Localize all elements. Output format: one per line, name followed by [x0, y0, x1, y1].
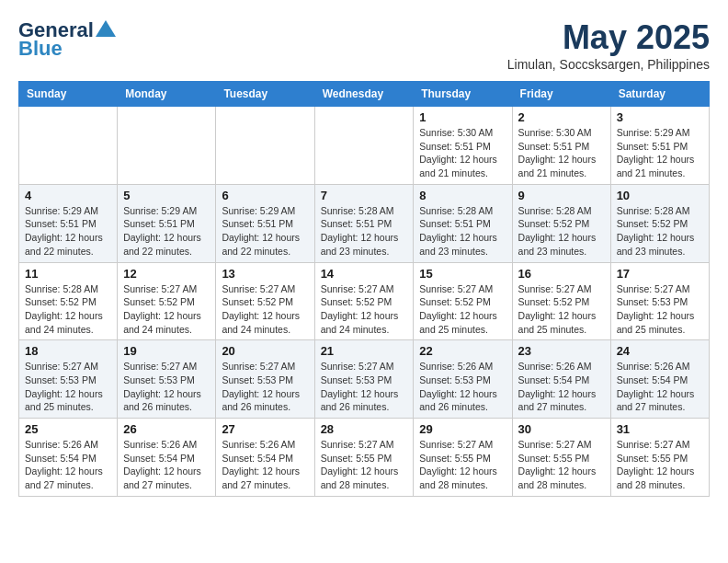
day-info: Sunrise: 5:27 AM Sunset: 5:52 PM Dayligh…	[321, 282, 408, 337]
day-info: Sunrise: 5:27 AM Sunset: 5:53 PM Dayligh…	[25, 360, 111, 414]
col-header-sunday: Sunday	[19, 82, 118, 107]
col-header-thursday: Thursday	[414, 82, 512, 107]
day-number: 20	[222, 344, 308, 358]
day-info: Sunrise: 5:27 AM Sunset: 5:53 PM Dayligh…	[123, 360, 210, 414]
day-number: 31	[617, 422, 703, 436]
calendar-cell	[216, 107, 314, 185]
day-number: 13	[222, 267, 308, 281]
day-info: Sunrise: 5:27 AM Sunset: 5:53 PM Dayligh…	[321, 360, 408, 414]
day-info: Sunrise: 5:27 AM Sunset: 5:53 PM Dayligh…	[617, 282, 703, 337]
day-number: 14	[321, 267, 408, 281]
col-header-tuesday: Tuesday	[216, 82, 314, 107]
day-info: Sunrise: 5:26 AM Sunset: 5:54 PM Dayligh…	[222, 438, 308, 492]
day-info: Sunrise: 5:30 AM Sunset: 5:51 PM Dayligh…	[518, 126, 605, 180]
day-info: Sunrise: 5:29 AM Sunset: 5:51 PM Dayligh…	[25, 204, 111, 259]
day-info: Sunrise: 5:27 AM Sunset: 5:53 PM Dayligh…	[222, 360, 308, 414]
calendar-cell: 10Sunrise: 5:28 AM Sunset: 5:52 PM Dayli…	[610, 184, 709, 262]
day-number: 15	[419, 267, 506, 281]
calendar-cell: 5Sunrise: 5:29 AM Sunset: 5:51 PM Daylig…	[118, 184, 216, 262]
week-row-5: 25Sunrise: 5:26 AM Sunset: 5:54 PM Dayli…	[19, 419, 710, 497]
day-info: Sunrise: 5:27 AM Sunset: 5:52 PM Dayligh…	[419, 282, 506, 337]
calendar-cell: 6Sunrise: 5:29 AM Sunset: 5:51 PM Daylig…	[216, 184, 314, 262]
title-section: May 2025 Limulan, Soccsksargen, Philippi…	[507, 18, 710, 72]
day-number: 29	[419, 422, 506, 436]
day-info: Sunrise: 5:26 AM Sunset: 5:54 PM Dayligh…	[25, 438, 111, 492]
day-number: 16	[518, 267, 605, 281]
col-header-monday: Monday	[118, 82, 216, 107]
day-number: 26	[123, 422, 210, 436]
day-number: 21	[321, 344, 408, 358]
calendar-cell: 25Sunrise: 5:26 AM Sunset: 5:54 PM Dayli…	[19, 419, 118, 497]
calendar-table: SundayMondayTuesdayWednesdayThursdayFrid…	[18, 81, 710, 497]
day-number: 10	[617, 189, 703, 202]
day-number: 5	[123, 189, 210, 202]
calendar-cell: 28Sunrise: 5:27 AM Sunset: 5:55 PM Dayli…	[314, 419, 414, 497]
calendar-cell	[19, 107, 118, 185]
day-info: Sunrise: 5:29 AM Sunset: 5:51 PM Dayligh…	[617, 126, 703, 180]
day-info: Sunrise: 5:27 AM Sunset: 5:55 PM Dayligh…	[518, 438, 605, 492]
day-info: Sunrise: 5:26 AM Sunset: 5:53 PM Dayligh…	[419, 360, 506, 414]
calendar-cell: 19Sunrise: 5:27 AM Sunset: 5:53 PM Dayli…	[118, 340, 216, 419]
calendar-cell: 2Sunrise: 5:30 AM Sunset: 5:51 PM Daylig…	[512, 107, 610, 185]
day-number: 28	[321, 422, 408, 436]
calendar-header-row: SundayMondayTuesdayWednesdayThursdayFrid…	[19, 82, 710, 107]
calendar-cell: 23Sunrise: 5:26 AM Sunset: 5:54 PM Dayli…	[512, 340, 610, 419]
calendar-cell	[314, 107, 414, 185]
day-number: 18	[25, 344, 111, 358]
day-info: Sunrise: 5:27 AM Sunset: 5:55 PM Dayligh…	[617, 438, 703, 492]
day-number: 22	[419, 344, 506, 358]
calendar-cell: 12Sunrise: 5:27 AM Sunset: 5:52 PM Dayli…	[118, 262, 216, 340]
day-info: Sunrise: 5:30 AM Sunset: 5:51 PM Dayligh…	[419, 126, 506, 180]
calendar-cell: 29Sunrise: 5:27 AM Sunset: 5:55 PM Dayli…	[414, 419, 512, 497]
day-info: Sunrise: 5:29 AM Sunset: 5:51 PM Dayligh…	[222, 204, 308, 259]
calendar-cell: 16Sunrise: 5:27 AM Sunset: 5:52 PM Dayli…	[512, 262, 610, 340]
logo-icon	[96, 20, 116, 37]
svg-marker-0	[96, 20, 116, 37]
col-header-wednesday: Wednesday	[314, 82, 414, 107]
calendar-cell: 20Sunrise: 5:27 AM Sunset: 5:53 PM Dayli…	[216, 340, 314, 419]
day-number: 17	[617, 267, 703, 281]
col-header-saturday: Saturday	[610, 82, 709, 107]
location-subtitle: Limulan, Soccsksargen, Philippines	[507, 57, 710, 72]
calendar-cell: 8Sunrise: 5:28 AM Sunset: 5:51 PM Daylig…	[414, 184, 512, 262]
calendar-cell: 14Sunrise: 5:27 AM Sunset: 5:52 PM Dayli…	[314, 262, 414, 340]
logo-blue: Blue	[18, 37, 63, 61]
calendar-cell: 11Sunrise: 5:28 AM Sunset: 5:52 PM Dayli…	[19, 262, 118, 340]
day-number: 4	[25, 189, 111, 202]
calendar-cell: 31Sunrise: 5:27 AM Sunset: 5:55 PM Dayli…	[610, 419, 709, 497]
day-number: 23	[518, 344, 605, 358]
day-number: 12	[123, 267, 210, 281]
day-number: 2	[518, 110, 605, 124]
calendar-cell: 26Sunrise: 5:26 AM Sunset: 5:54 PM Dayli…	[118, 419, 216, 497]
day-info: Sunrise: 5:27 AM Sunset: 5:52 PM Dayligh…	[222, 282, 308, 337]
page-header: General Blue May 2025 Limulan, Soccsksar…	[18, 18, 710, 72]
day-info: Sunrise: 5:29 AM Sunset: 5:51 PM Dayligh…	[123, 204, 210, 259]
calendar-cell: 27Sunrise: 5:26 AM Sunset: 5:54 PM Dayli…	[216, 419, 314, 497]
calendar-cell: 3Sunrise: 5:29 AM Sunset: 5:51 PM Daylig…	[610, 107, 709, 185]
day-number: 8	[419, 189, 506, 202]
calendar-cell: 1Sunrise: 5:30 AM Sunset: 5:51 PM Daylig…	[414, 107, 512, 185]
day-number: 3	[617, 110, 703, 124]
day-info: Sunrise: 5:27 AM Sunset: 5:55 PM Dayligh…	[321, 438, 408, 492]
day-number: 7	[321, 189, 408, 202]
calendar-cell: 30Sunrise: 5:27 AM Sunset: 5:55 PM Dayli…	[512, 419, 610, 497]
day-number: 24	[617, 344, 703, 358]
calendar-cell: 21Sunrise: 5:27 AM Sunset: 5:53 PM Dayli…	[314, 340, 414, 419]
week-row-4: 18Sunrise: 5:27 AM Sunset: 5:53 PM Dayli…	[19, 340, 710, 419]
day-info: Sunrise: 5:28 AM Sunset: 5:51 PM Dayligh…	[419, 204, 506, 259]
day-number: 1	[419, 110, 506, 124]
day-number: 9	[518, 189, 605, 202]
day-number: 27	[222, 422, 308, 436]
day-info: Sunrise: 5:26 AM Sunset: 5:54 PM Dayligh…	[123, 438, 210, 492]
calendar-cell	[118, 107, 216, 185]
logo: General Blue	[18, 18, 116, 61]
week-row-2: 4Sunrise: 5:29 AM Sunset: 5:51 PM Daylig…	[19, 184, 710, 262]
day-info: Sunrise: 5:28 AM Sunset: 5:52 PM Dayligh…	[518, 204, 605, 259]
calendar-cell: 9Sunrise: 5:28 AM Sunset: 5:52 PM Daylig…	[512, 184, 610, 262]
day-number: 19	[123, 344, 210, 358]
day-info: Sunrise: 5:27 AM Sunset: 5:52 PM Dayligh…	[123, 282, 210, 337]
calendar-cell: 17Sunrise: 5:27 AM Sunset: 5:53 PM Dayli…	[610, 262, 709, 340]
day-info: Sunrise: 5:27 AM Sunset: 5:55 PM Dayligh…	[419, 438, 506, 492]
month-year-title: May 2025	[507, 18, 710, 57]
day-info: Sunrise: 5:27 AM Sunset: 5:52 PM Dayligh…	[518, 282, 605, 337]
